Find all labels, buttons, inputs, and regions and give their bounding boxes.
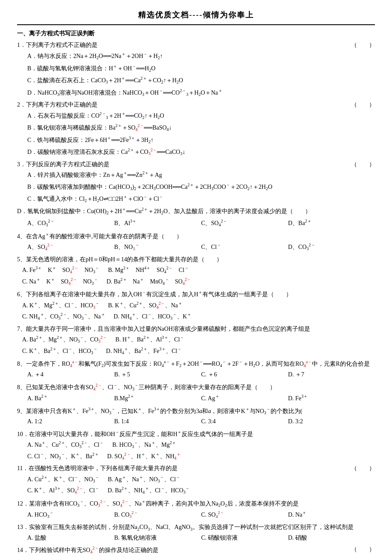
section-header: 一、离子方程式书写正误判断 (17, 29, 375, 39)
question-1: 1．下列离子方程式不正确的是 （ ） A．钠与水反应：2Na＋2H2O══2Na… (17, 40, 375, 98)
question-9: 9、某溶液中只含有K＋、Fe3＋、NO3－，已知K＋、Fe3＋的个数分别为3a和… (17, 405, 375, 427)
page-title: 精选优质文档----倾情为你奉上 (17, 9, 375, 22)
question-10: 10．在溶液中可以大量共存，能和OH－反应产生沉淀，能和H＋反应生成气体的一组离… (17, 428, 375, 462)
question-14: 14．下列检验试样中有无SO42－的操作及结论正确的是 （ ） A．先加盐酸无明… (17, 544, 375, 555)
question-6: 6、下列各组离子在溶液中能大量共存，加入OH－有沉淀生成，加入H＋有气体生成的一… (17, 289, 375, 322)
question-11: 11．在强酸性无色透明溶液中，下列各组离子能大量共存的是 （ ） A. Cu2＋… (17, 463, 375, 496)
question-8a: 8、一定条件下，RO4a－和氟气(F2)可发生如下反应：RO4a－＋F2＋2OH… (17, 358, 375, 379)
question-3: 3．下列反应的离子方程式正确的是 （ ） A．锌片插入硝酸银溶液中：Zn＋Ag＋… (17, 159, 375, 229)
question-7: 7、能大量共存于同一溶液中，且当溶液中加入过量的NaOH溶液或少量稀硫酸时，都能… (17, 324, 375, 357)
question-5: 5、某无色透明的溶液，在pH＝0和pH＝14的条件下都能大量共存的是（ ） A.… (17, 254, 375, 287)
question-8b: 8、已知某无色溶液中含有SO42－、Cl－、NO3－三种阴离子，则溶液中大量存在… (17, 382, 375, 404)
question-4: 4、在含Ag＋有的酸性溶液中,可能大量存在的阴离子是（ ） A、SO42－ B、… (17, 231, 375, 253)
question-13: 13．实验室有三瓶失去标签的试剂，分别是Na2CO3、NaCl、AgNO3。实验… (17, 522, 375, 543)
question-2: 2．下列离子方程式中正确的是 （ ） A．石灰石与盐酸反应：CO2－3＋2H＋═… (17, 100, 375, 158)
question-12: 12．某溶液中含有HCO3－、CO32－、SO42－、Na＋四种离子，若向其中加… (17, 498, 375, 520)
